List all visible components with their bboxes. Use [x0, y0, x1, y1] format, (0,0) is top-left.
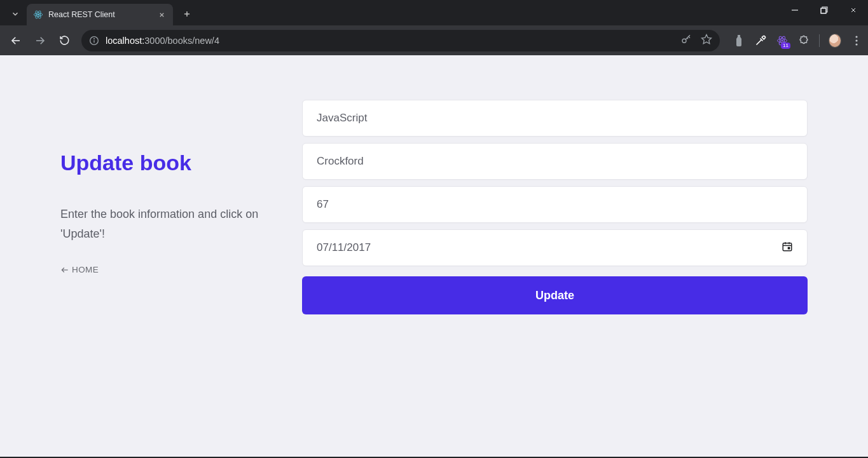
home-link-label: HOME: [72, 265, 99, 274]
content-container: Update book Enter the book information a…: [60, 100, 808, 314]
svg-point-19: [682, 39, 686, 43]
calendar-picker-button[interactable]: [782, 241, 793, 255]
browser-tab-active[interactable]: React REST Client: [27, 4, 173, 25]
svg-point-26: [855, 39, 857, 41]
arrow-right-icon: [34, 35, 46, 46]
nav-back-button[interactable]: [5, 30, 27, 51]
new-tab-button[interactable]: [178, 5, 196, 23]
left-column: Update book Enter the book information a…: [60, 100, 302, 314]
puzzle-icon: [798, 35, 809, 46]
password-key-icon[interactable]: [680, 34, 692, 47]
home-link[interactable]: HOME: [60, 265, 99, 274]
site-info-button[interactable]: [89, 36, 99, 46]
tab-title: React REST Client: [48, 10, 151, 19]
svg-rect-33: [788, 246, 790, 249]
address-bar[interactable]: localhost:3000/books/new/4: [81, 30, 720, 51]
date-input[interactable]: [317, 241, 782, 254]
svg-point-18: [94, 38, 95, 39]
svg-point-21: [782, 39, 783, 41]
svg-point-0: [38, 14, 39, 16]
date-field-wrapper: [302, 229, 808, 266]
address-bar-actions: [680, 34, 712, 47]
title-field-wrapper: [302, 100, 808, 137]
window-minimize-button[interactable]: [780, 0, 809, 20]
minimize-icon: [791, 6, 799, 14]
arrow-left-icon: [60, 266, 69, 274]
url-host: localhost:: [106, 36, 144, 46]
page-title: Update book: [60, 151, 289, 175]
chrome-menu-button[interactable]: [850, 34, 863, 47]
kebab-icon: [855, 36, 858, 46]
app-page: Update book Enter the book information a…: [0, 55, 868, 458]
bottle-icon: [734, 35, 743, 46]
star-icon: [701, 34, 712, 45]
url-text: localhost:3000/books/new/4: [106, 36, 674, 46]
svg-rect-10: [821, 8, 826, 13]
tab-close-button[interactable]: [156, 10, 167, 20]
restore-icon: [820, 6, 828, 14]
eyedropper-icon: [755, 35, 766, 46]
chevron-down-icon: [11, 10, 20, 18]
extension-icon-2[interactable]: [754, 34, 767, 47]
extension-icon-1[interactable]: [733, 34, 745, 47]
title-input[interactable]: [317, 112, 793, 125]
profile-avatar[interactable]: [829, 34, 841, 47]
price-input[interactable]: [317, 198, 793, 211]
close-icon: [158, 11, 165, 18]
extensions-area: 11: [726, 34, 863, 47]
nav-reload-button[interactable]: [53, 30, 75, 51]
author-input[interactable]: [317, 155, 793, 168]
window-controls: [780, 0, 868, 25]
arrow-left-icon: [10, 35, 22, 46]
svg-point-27: [855, 43, 857, 45]
author-field-wrapper: [302, 143, 808, 180]
reload-icon: [59, 35, 70, 46]
price-field-wrapper: [302, 186, 808, 223]
extensions-menu-button[interactable]: [797, 34, 810, 47]
window-restore-button[interactable]: [809, 0, 839, 20]
svg-marker-20: [702, 35, 712, 44]
react-favicon: [33, 10, 43, 20]
extension-icon-3[interactable]: 11: [776, 34, 789, 47]
window-close-button[interactable]: [839, 0, 868, 20]
bookmark-button[interactable]: [701, 34, 712, 47]
update-button[interactable]: Update: [302, 276, 808, 314]
form-column: Update: [302, 100, 808, 314]
tab-strip: React REST Client: [0, 0, 868, 25]
tab-search-dropdown[interactable]: [6, 5, 24, 23]
avatar-icon: [829, 34, 841, 48]
svg-rect-29: [783, 243, 792, 250]
svg-point-25: [855, 36, 857, 37]
extension-badge: 11: [781, 43, 790, 49]
nav-forward-button[interactable]: [29, 30, 51, 51]
browser-chrome: React REST Client: [0, 0, 868, 55]
close-icon: [850, 6, 857, 14]
calendar-icon: [782, 241, 793, 252]
url-path: 3000/books/new/4: [144, 36, 219, 46]
info-icon: [89, 36, 99, 46]
plus-icon: [183, 10, 191, 18]
browser-toolbar: localhost:3000/books/new/4 11: [0, 25, 868, 55]
page-subtitle: Enter the book information and click on …: [60, 205, 289, 243]
